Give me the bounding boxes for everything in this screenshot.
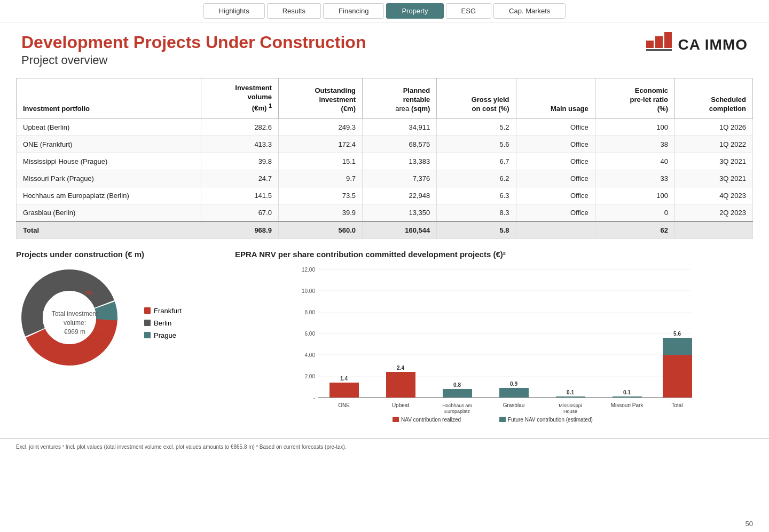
table-cell: 34,911 [363,119,437,136]
table-cell: ONE (Frankfurt) [17,136,201,153]
table-cell: 8.3 [437,204,516,222]
col-usage: Main usage [516,78,595,119]
table-cell: Office [516,136,595,153]
table-cell: 5.2 [437,119,516,136]
svg-text:Hochhaus am: Hochhaus am [442,403,472,408]
bar-missouri-future [613,396,642,398]
legend-color-prague [144,332,151,338]
svg-rect-3 [646,49,672,51]
table-cell: Mississippi House (Prague) [17,153,201,170]
nav-tab-esg[interactable]: ESG [446,3,491,19]
table-cell: 7,376 [363,170,437,187]
table-cell: 68,575 [363,136,437,153]
logo-text: CA IMMO [678,36,748,53]
table-cell: 100 [595,119,674,136]
table-cell: 9.7 [278,170,362,187]
donut-chart-title: Projects under construction (€ m) [16,250,219,259]
table-cell: 2Q 2023 [674,204,752,222]
col-pre-let: Economicpre-let ratio(%) [595,78,674,119]
donut-pct-berlin: 51% [23,322,35,328]
table-cell: Office [516,153,595,170]
table-total-cell: 968.9 [201,221,279,239]
table-cell: 413.3 [201,136,279,153]
table-total-cell: 5.8 [437,221,516,239]
table-cell: 40 [595,153,674,170]
table-cell: 33 [595,170,674,187]
nav-tab-results[interactable]: Results [267,3,321,19]
bar-chart-container: 12.00 10.00 8.00 6.00 4.00 2.00 - [235,264,753,435]
table-cell: 6.3 [437,187,516,204]
svg-text:5.6: 5.6 [673,331,681,337]
legend-prague: Prague [144,331,182,339]
svg-text:NAV contribution realized: NAV contribution realized [401,417,461,423]
table-row: Grasblau (Berlin)67.039.913,3508.3Office… [17,204,753,222]
table-cell: Missouri Park (Prague) [17,170,201,187]
table-cell: 3Q 2021 [674,153,752,170]
table-cell: Office [516,204,595,222]
bar-chart-title: EPRA NRV per share contribution committe… [235,250,753,259]
donut-chart-section: Projects under construction (€ m) 7% [16,250,219,435]
table-section: Investment portfolio Investmentvolume(€m… [0,78,769,239]
bar-chart-svg: 12.00 10.00 8.00 6.00 4.00 2.00 - [235,264,753,424]
table-cell: 24.7 [201,170,279,187]
table-cell: Office [516,187,595,204]
svg-text:0.1: 0.1 [567,390,574,395]
table-cell: 1Q 2026 [674,119,752,136]
sub-title: Project overview [21,53,366,67]
donut-container: 7% 51% 43% Total investmentvolume:€969 m… [16,264,219,382]
table-total-cell: 560.0 [278,221,362,239]
svg-text:0.9: 0.9 [510,381,517,387]
charts-section: Projects under construction (€ m) 7% [0,239,769,435]
logo-area: CA IMMO [646,32,748,58]
bar-one-realized [329,383,359,398]
table-row: Hochhaus am Europaplatz (Berlin)141.573.… [17,187,753,204]
legend-label-prague: Prague [154,331,176,339]
svg-text:6.00: 6.00 [305,331,316,337]
table-total-cell [674,221,752,239]
svg-text:Grasblau: Grasblau [503,402,525,408]
svg-text:4.00: 4.00 [305,352,316,358]
table-cell: 39.9 [278,204,362,222]
svg-rect-34 [393,417,399,422]
nav-tab-property[interactable]: Property [386,3,443,19]
svg-text:0.8: 0.8 [453,382,461,388]
svg-text:2.00: 2.00 [305,374,316,379]
table-cell: 282.6 [201,119,279,136]
table-cell: 172.4 [278,136,362,153]
svg-text:House: House [563,409,577,414]
table-cell: 1Q 2022 [674,136,752,153]
nav-tab-highlights[interactable]: Highlights [203,3,265,19]
svg-rect-0 [646,41,654,48]
table-row: Upbeat (Berlin)282.6249.334,9115.2Office… [17,119,753,136]
bar-hochhaus-future [443,389,472,398]
table-cell: Grasblau (Berlin) [17,204,201,222]
donut-pct-prague: 43% [93,331,105,337]
svg-text:ONE: ONE [338,402,350,408]
table-row: Mississippi House (Prague)39.815.113,383… [17,153,753,170]
table-cell: 0 [595,204,674,222]
col-completion: Scheduledcompletion [674,78,752,119]
table-cell: Upbeat (Berlin) [17,119,201,136]
nav-tab-cap.-markets[interactable]: Cap. Markets [493,3,566,19]
table-cell: 249.3 [278,119,362,136]
table-cell: Office [516,170,595,187]
col-area: Plannedrentablearea (sqm) [363,78,437,119]
nav-tab-financing[interactable]: Financing [323,3,384,19]
bar-upbeat-realized [386,372,415,398]
table-cell: 3Q 2021 [674,170,752,187]
table-cell: 6.2 [437,170,516,187]
svg-text:Total: Total [671,402,682,408]
col-investment-volume: Investmentvolume(€m) 1 [201,78,279,119]
table-cell: 39.8 [201,153,279,170]
table-cell: 73.5 [278,187,362,204]
svg-text:1.4: 1.4 [340,376,348,382]
legend-color-frankfurt [144,307,151,314]
table-total-row: Total968.9560.0160,5445.862 [17,221,753,239]
svg-text:2.4: 2.4 [397,365,404,371]
table-header-row: Investment portfolio Investmentvolume(€m… [17,78,753,119]
svg-rect-2 [664,32,672,48]
table-cell: 100 [595,187,674,204]
table-total-cell: 62 [595,221,674,239]
col-outstanding: Outstandinginvestment(€m) [278,78,362,119]
svg-text:10.00: 10.00 [302,288,315,294]
